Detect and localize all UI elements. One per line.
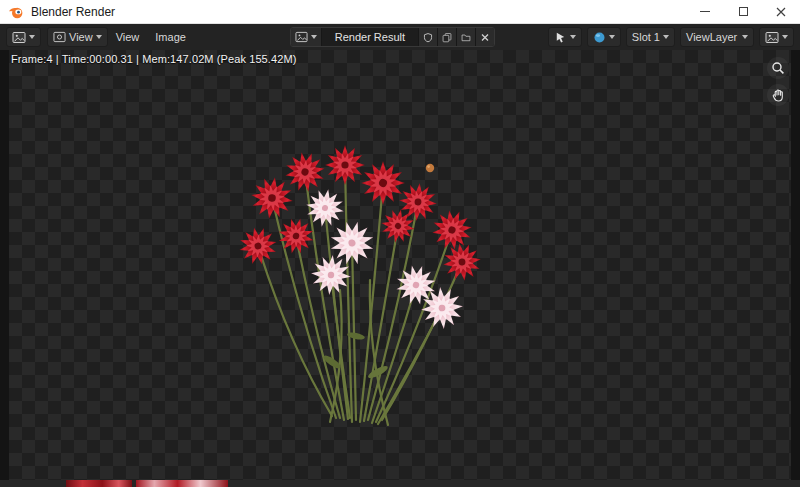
menu-image[interactable]: Image — [147, 24, 194, 50]
image-datablock-selector: Render Result — [290, 27, 495, 47]
chevron-down-icon — [742, 35, 748, 39]
menu-view[interactable]: View — [108, 24, 148, 50]
image-canvas[interactable]: Frame:4 | Time:00:00.31 | Mem:147.02M (P… — [0, 50, 800, 480]
sphere-icon — [593, 31, 606, 44]
view-mode-icon — [53, 31, 66, 43]
window-controls — [686, 0, 800, 23]
close-x-icon — [480, 32, 490, 43]
window-titlebar[interactable]: Blender Render — [0, 0, 800, 24]
minimize-button[interactable] — [686, 0, 724, 23]
pan-gizmo-button[interactable] — [767, 84, 789, 106]
slot-dropdown[interactable]: Slot 1 — [626, 27, 675, 47]
editor-type-button[interactable] — [6, 27, 41, 47]
window-title: Blender Render — [31, 5, 115, 19]
mode-dropdown[interactable]: View — [47, 27, 108, 47]
shield-icon — [423, 31, 433, 44]
image-browse-button[interactable] — [291, 28, 322, 46]
unlink-image-button[interactable] — [475, 28, 494, 46]
render-stats: Frame:4 | Time:00:00.31 | Mem:147.02M (P… — [11, 53, 296, 65]
gizmo-dropdown[interactable] — [548, 27, 582, 47]
zoom-gizmo-button[interactable] — [767, 57, 789, 79]
maximize-icon — [739, 7, 748, 16]
blender-logo-icon — [8, 4, 24, 20]
bottom-strip-thumbnail — [136, 480, 228, 487]
bottom-strip-thumbnail — [66, 480, 132, 487]
image-name-field[interactable]: Render Result — [322, 28, 418, 46]
image-color-icon — [765, 31, 779, 44]
image-editor-icon — [12, 31, 26, 44]
bottom-editor-strip[interactable] — [0, 480, 800, 487]
open-image-button[interactable] — [456, 28, 475, 46]
chevron-down-icon — [311, 35, 317, 39]
hand-icon — [772, 88, 785, 102]
header-right-controls: Slot 1 ViewLayer — [548, 27, 794, 47]
mode-dropdown-label: View — [69, 31, 93, 43]
render-image — [0, 50, 800, 480]
chevron-down-icon — [570, 35, 576, 39]
magnifier-icon — [771, 61, 785, 75]
blender-window: { "window": { "title": "Blender Render" … — [0, 0, 800, 487]
viewlayer-dropdown-label: ViewLayer — [686, 31, 737, 43]
cursor-arrow-icon — [554, 31, 567, 44]
chevron-down-icon — [29, 35, 35, 39]
maximize-button[interactable] — [724, 0, 762, 23]
close-button[interactable] — [762, 0, 800, 23]
render-pass-dropdown[interactable] — [587, 27, 621, 47]
new-image-button[interactable] — [437, 28, 456, 46]
fake-user-button[interactable] — [418, 28, 437, 46]
image-icon — [295, 31, 308, 43]
image-editor-header: View View Image Render Result — [0, 24, 800, 50]
slot-dropdown-label: Slot 1 — [632, 31, 660, 43]
duplicate-icon — [442, 31, 452, 44]
viewlayer-dropdown[interactable]: ViewLayer — [680, 27, 754, 47]
chevron-down-icon — [663, 35, 669, 39]
chevron-down-icon — [96, 35, 102, 39]
close-icon — [776, 7, 786, 17]
folder-icon — [461, 31, 471, 44]
minimize-icon — [700, 11, 710, 12]
chevron-down-icon — [782, 35, 788, 39]
chevron-down-icon — [609, 35, 615, 39]
display-channels-dropdown[interactable] — [759, 27, 794, 47]
